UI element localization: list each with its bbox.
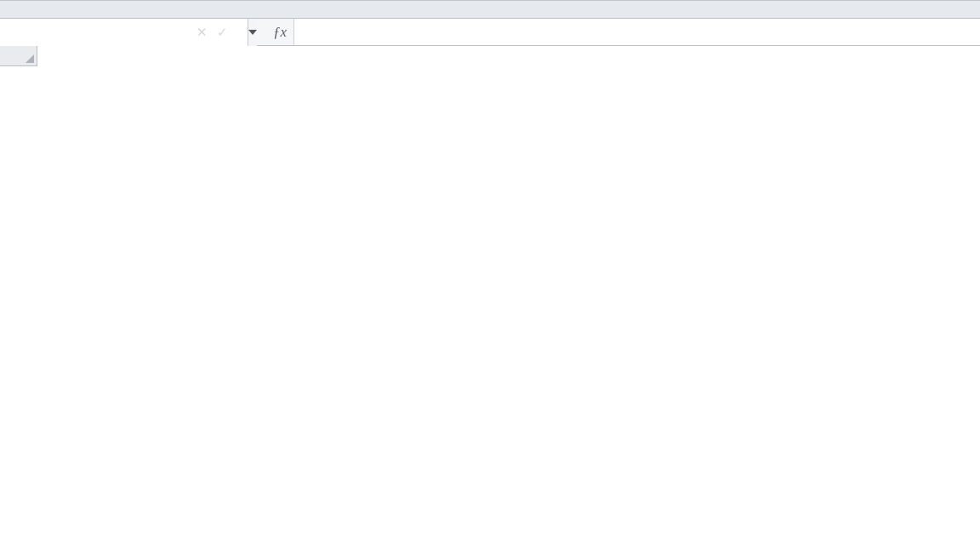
enter-formula-button[interactable]: ✓ xyxy=(212,22,232,43)
worksheet-grid[interactable] xyxy=(0,46,980,66)
ribbon-groups xyxy=(0,0,980,19)
formula-input[interactable] xyxy=(293,19,980,45)
name-box[interactable] xyxy=(0,19,183,46)
column-headers[interactable] xyxy=(0,46,980,66)
chevron-down-icon xyxy=(248,30,257,35)
cancel-formula-button[interactable]: ✕ xyxy=(191,22,212,43)
select-all-button[interactable] xyxy=(0,46,37,66)
name-box-dropdown[interactable] xyxy=(248,19,257,46)
formula-bar-row: ✕ ✓ ƒx xyxy=(0,19,980,46)
